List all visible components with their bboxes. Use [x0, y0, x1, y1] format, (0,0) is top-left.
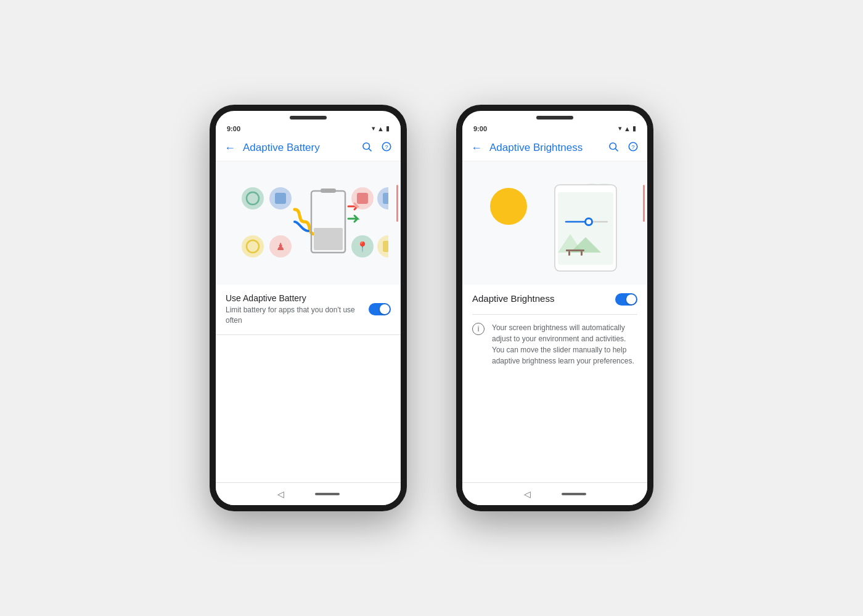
scroll-indicator-1: [396, 185, 398, 222]
back-button-2[interactable]: ←: [471, 142, 482, 155]
info-section-2: i Your screen brightness will automatica…: [462, 315, 647, 374]
setting-title-2: Adaptive Brightness: [472, 293, 615, 304]
adaptive-brightness-item[interactable]: Adaptive Brightness: [462, 285, 647, 314]
status-time-2: 9:00: [473, 125, 487, 132]
svg-rect-33: [558, 192, 613, 265]
info-text-2: Your screen brightness will automaticall…: [492, 322, 637, 367]
app-bar-1: ← Adaptive Battery ?: [216, 135, 401, 161]
svg-point-4: [242, 187, 264, 209]
search-icon-2[interactable]: [608, 141, 619, 155]
phone-adaptive-battery: 9:00 ▾ ▲ ▮ ← Adaptive Battery: [210, 105, 407, 511]
app-bar-icons-2: ?: [608, 141, 639, 155]
svg-point-28: [490, 188, 527, 225]
app-bar-icons-1: ?: [361, 141, 392, 155]
svg-line-1: [369, 148, 371, 151]
nav-back-1[interactable]: ◁: [277, 489, 284, 499]
svg-point-23: [610, 143, 616, 150]
back-button-1[interactable]: ←: [224, 142, 235, 155]
toggle-knob-1: [380, 304, 390, 314]
phone-speaker-2: [536, 116, 573, 120]
setting-text-2: Adaptive Brightness: [472, 293, 615, 306]
status-icons-1: ▾ ▲ ▮: [372, 124, 390, 132]
nav-home-1[interactable]: [315, 493, 340, 495]
svg-text:♟: ♟: [276, 241, 285, 252]
svg-rect-18: [383, 193, 388, 204]
phone-speaker-1: [290, 116, 327, 120]
status-bar-2: 9:00 ▾ ▲ ▮: [462, 121, 647, 135]
brightness-hero: [462, 161, 647, 285]
battery-icon-2: ▮: [632, 124, 636, 132]
svg-rect-39: [568, 251, 570, 256]
help-icon-1[interactable]: ?: [381, 141, 392, 155]
setting-text-1: Use Adaptive Battery Limit battery for a…: [226, 293, 369, 326]
svg-point-0: [363, 143, 370, 150]
signal-icon-2: ▲: [624, 125, 631, 132]
svg-rect-38: [566, 249, 584, 251]
nav-bar-2: ◁: [462, 482, 647, 505]
toggle-knob-2: [626, 294, 636, 304]
svg-text:📍: 📍: [356, 241, 369, 253]
svg-text:?: ?: [631, 144, 635, 150]
spacer-1: [216, 335, 401, 482]
search-icon-1[interactable]: [361, 141, 372, 155]
svg-point-37: [586, 219, 591, 224]
svg-rect-22: [383, 241, 388, 252]
brightness-illustration: [475, 172, 635, 274]
settings-list-2: Adaptive Brightness i Your screen bright…: [462, 285, 647, 374]
svg-point-8: [242, 235, 264, 257]
page-wrapper: 9:00 ▾ ▲ ▮ ← Adaptive Battery: [0, 0, 863, 616]
adaptive-battery-item[interactable]: Use Adaptive Battery Limit battery for a…: [216, 285, 401, 335]
svg-rect-14: [314, 228, 343, 250]
nav-bar-1: ◁: [216, 482, 401, 505]
settings-list-1: Use Adaptive Battery Limit battery for a…: [216, 285, 401, 335]
svg-rect-40: [581, 251, 583, 256]
status-time-1: 9:00: [227, 125, 240, 132]
app-bar-title-2: Adaptive Brightness: [489, 142, 608, 154]
svg-rect-7: [275, 193, 286, 204]
setting-desc-1: Limit battery for apps that you don't us…: [226, 305, 369, 326]
wifi-icon-2: ▾: [618, 124, 622, 132]
svg-rect-16: [357, 193, 368, 204]
setting-title-1: Use Adaptive Battery: [226, 293, 369, 303]
info-icon-2: i: [472, 323, 485, 335]
status-bar-1: 9:00 ▾ ▲ ▮: [216, 121, 401, 135]
adaptive-battery-toggle[interactable]: [369, 303, 391, 315]
wifi-icon-1: ▾: [372, 124, 375, 132]
nav-home-2[interactable]: [562, 493, 586, 495]
status-icons-2: ▾ ▲ ▮: [618, 124, 636, 132]
spacer-2: [462, 374, 647, 482]
svg-rect-13: [321, 188, 336, 193]
battery-icon-1: ▮: [386, 124, 390, 132]
app-bar-2: ← Adaptive Brightness ?: [462, 135, 647, 161]
scroll-indicator-2: [643, 185, 645, 222]
phone-adaptive-brightness: 9:00 ▾ ▲ ▮ ← Adaptive Brightness: [456, 105, 653, 511]
signal-icon-1: ▲: [377, 125, 384, 132]
help-icon-2[interactable]: ?: [628, 141, 639, 155]
adaptive-brightness-toggle[interactable]: [615, 293, 637, 306]
svg-line-24: [615, 148, 618, 151]
battery-illustration: ♟: [228, 172, 388, 274]
nav-back-2[interactable]: ◁: [524, 489, 531, 499]
app-bar-title-1: Adaptive Battery: [243, 142, 361, 154]
battery-hero: ♟: [216, 161, 401, 285]
svg-text:?: ?: [385, 144, 388, 150]
